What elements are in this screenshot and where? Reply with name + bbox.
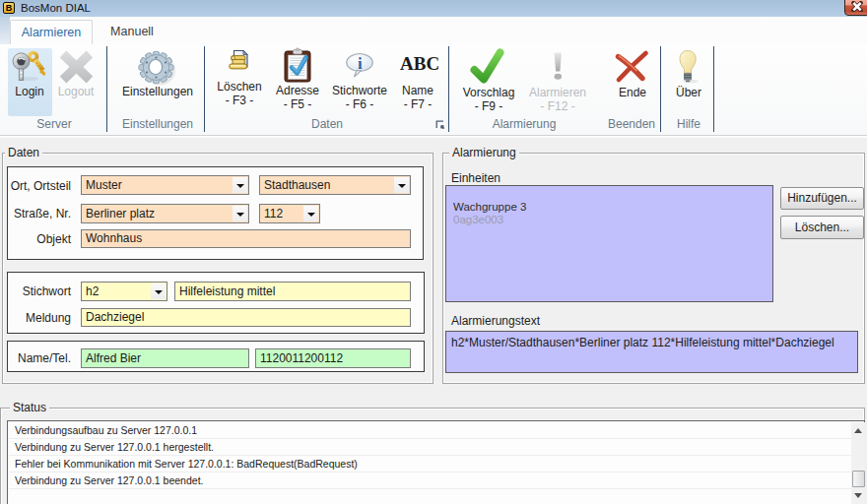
svg-text:i: i (358, 54, 363, 73)
svg-text:ABC: ABC (400, 53, 439, 74)
